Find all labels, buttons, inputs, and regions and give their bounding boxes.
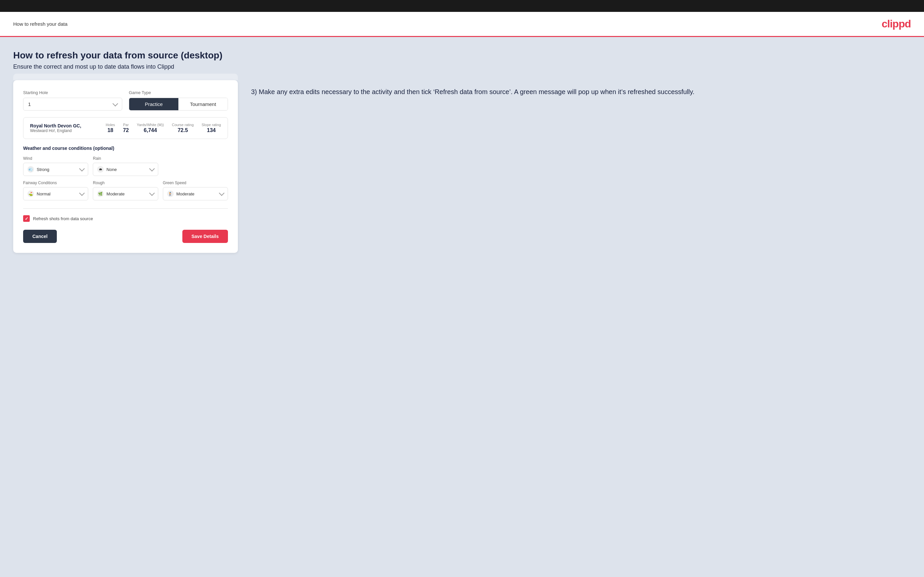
- slope-rating-label: Slope rating: [202, 123, 221, 127]
- rain-chevron-icon: [149, 166, 155, 172]
- right-panel: 3) Make any extra edits necessary to the…: [251, 80, 911, 97]
- refresh-checkbox-row: ✓ Refresh shots from data source: [23, 215, 228, 222]
- green-speed-value: Moderate: [176, 192, 195, 197]
- wind-icon: 💨: [27, 166, 34, 172]
- rain-select[interactable]: 🌧 None: [93, 163, 158, 176]
- slope-rating-stat: Slope rating 134: [202, 123, 221, 133]
- save-details-button[interactable]: Save Details: [183, 230, 228, 243]
- fairway-value: Normal: [37, 192, 50, 197]
- wind-rain-row: Wind 💨 Strong Rain 🌧 None: [23, 156, 228, 176]
- wind-select[interactable]: 💨 Strong: [23, 163, 88, 176]
- rain-icon: 🌧: [97, 166, 104, 172]
- refresh-checkbox-label: Refresh shots from data source: [33, 216, 93, 221]
- rain-select-inner: 🌧 None: [97, 166, 116, 172]
- green-speed-label: Green Speed: [163, 181, 228, 185]
- yards-value: 6,744: [137, 127, 164, 133]
- green-speed-field: Green Speed 🏌 Moderate: [163, 181, 228, 200]
- conditions-section-label: Weather and course conditions (optional): [23, 145, 228, 151]
- wind-value: Strong: [37, 167, 49, 172]
- page-subheading: Ensure the correct and most up to date d…: [13, 63, 911, 70]
- wind-select-inner: 💨 Strong: [27, 166, 49, 172]
- course-rating-value: 72.5: [172, 127, 194, 133]
- wind-chevron-icon: [79, 166, 85, 172]
- fairway-select[interactable]: ⛳ Normal: [23, 187, 88, 200]
- starting-hole-display: 1: [23, 98, 122, 110]
- yards-label: Yards/White (M)): [137, 123, 164, 127]
- rain-label: Rain: [93, 156, 158, 161]
- logo: clippd: [882, 18, 911, 30]
- course-rating-label: Course rating: [172, 123, 194, 127]
- game-type-buttons: Practice Tournament: [129, 98, 228, 111]
- yards-stat: Yards/White (M)) 6,744: [137, 123, 164, 133]
- rain-field: Rain 🌧 None: [93, 156, 158, 176]
- starting-hole-label: Starting Hole: [23, 90, 122, 95]
- starting-hole-field: Starting Hole 1: [23, 90, 122, 111]
- rough-field: Rough 🌿 Moderate: [93, 181, 158, 200]
- rough-chevron-icon: [149, 190, 155, 196]
- rough-select[interactable]: 🌿 Moderate: [93, 187, 158, 200]
- divider: [23, 208, 228, 209]
- check-icon: ✓: [25, 216, 28, 221]
- green-speed-chevron-icon: [219, 190, 224, 196]
- fairway-chevron-icon: [79, 190, 85, 196]
- starting-hole-value: 1: [28, 102, 31, 107]
- fairway-field: Fairway Conditions ⛳ Normal: [23, 181, 88, 200]
- content-area: Starting Hole 1 Game Type Practice Tourn…: [13, 80, 911, 253]
- page-heading: How to refresh your data from source (de…: [13, 50, 911, 61]
- wind-field: Wind 💨 Strong: [23, 156, 88, 176]
- fairway-label: Fairway Conditions: [23, 181, 88, 185]
- rough-icon: 🌿: [97, 190, 104, 197]
- fairway-icon: ⛳: [27, 190, 34, 197]
- green-speed-icon: 🏌: [167, 190, 174, 197]
- course-stats: Holes 18 Par 72 Yards/White (M)) 6,744 C…: [106, 123, 221, 133]
- header: How to refresh your data clippd: [0, 12, 924, 37]
- fairway-select-inner: ⛳ Normal: [27, 190, 50, 197]
- fairway-rough-green-row: Fairway Conditions ⛳ Normal Rough 🌿: [23, 181, 228, 200]
- game-type-field: Game Type Practice Tournament: [129, 90, 228, 111]
- rough-label: Rough: [93, 181, 158, 185]
- instruction-text: 3) Make any extra edits necessary to the…: [251, 87, 911, 97]
- rough-select-inner: 🌿 Moderate: [97, 190, 124, 197]
- holes-value: 18: [106, 127, 115, 133]
- main-content: How to refresh your data from source (de…: [0, 37, 924, 577]
- cancel-button[interactable]: Cancel: [23, 230, 57, 243]
- wind-label: Wind: [23, 156, 88, 161]
- holes-stat: Holes 18: [106, 123, 115, 133]
- chevron-down-icon: [113, 101, 118, 106]
- top-bar: [0, 0, 924, 12]
- practice-button[interactable]: Practice: [129, 98, 178, 110]
- slope-rating-value: 134: [202, 127, 221, 133]
- course-location: Westward Ho!, England: [30, 128, 99, 133]
- green-speed-select-inner: 🏌 Moderate: [167, 190, 195, 197]
- par-value: 72: [123, 127, 129, 133]
- game-type-label: Game Type: [129, 90, 228, 95]
- holes-label: Holes: [106, 123, 115, 127]
- header-title: How to refresh your data: [13, 21, 68, 27]
- buttons-row: Cancel Save Details: [23, 230, 228, 243]
- form-card: Starting Hole 1 Game Type Practice Tourn…: [13, 80, 238, 253]
- rough-value: Moderate: [107, 192, 124, 197]
- top-fields-group: Starting Hole 1 Game Type Practice Tourn…: [23, 90, 228, 111]
- par-label: Par: [123, 123, 129, 127]
- refresh-checkbox[interactable]: ✓: [23, 215, 30, 222]
- course-name-block: Royal North Devon GC, Westward Ho!, Engl…: [30, 123, 99, 133]
- par-stat: Par 72: [123, 123, 129, 133]
- tournament-button[interactable]: Tournament: [178, 98, 228, 110]
- starting-hole-select[interactable]: 1: [23, 98, 122, 111]
- course-name: Royal North Devon GC,: [30, 123, 99, 128]
- course-rating-stat: Course rating 72.5: [172, 123, 194, 133]
- green-speed-select[interactable]: 🏌 Moderate: [163, 187, 228, 200]
- rain-value: None: [107, 167, 116, 172]
- course-info-box: Royal North Devon GC, Westward Ho!, Engl…: [23, 117, 228, 139]
